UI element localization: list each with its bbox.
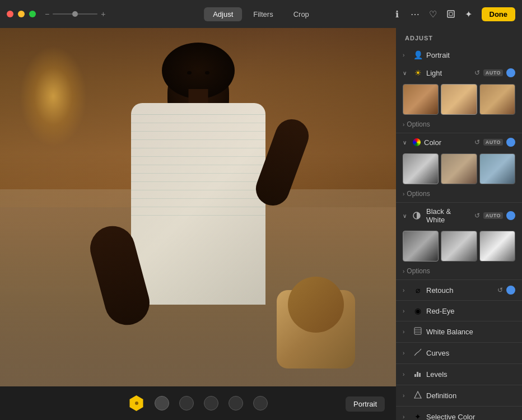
bw-thumbnails bbox=[396, 228, 522, 265]
section-light: ∨ ☀ Light ↺ AUTO › Options bbox=[396, 64, 522, 133]
color-header-row[interactable]: ∨ Color ↺ AUTO bbox=[396, 133, 522, 151]
options-label-bw: Options bbox=[407, 267, 430, 275]
section-levels[interactable]: › Levels bbox=[396, 364, 522, 385]
zoom-minus[interactable]: − bbox=[45, 10, 49, 18]
circle-icon-1[interactable] bbox=[155, 396, 169, 410]
light-options[interactable]: › Options bbox=[396, 118, 522, 133]
heart-icon[interactable]: ♡ bbox=[428, 9, 438, 19]
light-thumb-2[interactable] bbox=[441, 84, 477, 115]
bw-thumb-3[interactable] bbox=[479, 231, 515, 262]
svg-rect-1 bbox=[449, 12, 453, 16]
color-thumbnails bbox=[396, 151, 522, 188]
svg-marker-11 bbox=[414, 391, 421, 398]
color-reset-icon[interactable]: ↺ bbox=[474, 138, 480, 146]
frame-icon[interactable] bbox=[446, 9, 456, 19]
chevron-color: ∨ bbox=[403, 139, 409, 146]
circle-icon-2[interactable] bbox=[179, 396, 194, 410]
bw-icon bbox=[413, 212, 423, 220]
bw-actions: ↺ AUTO bbox=[474, 211, 515, 220]
light-header-row[interactable]: ∨ ☀ Light ↺ AUTO bbox=[396, 64, 522, 82]
svg-rect-10 bbox=[419, 373, 421, 377]
circle-icon-5[interactable] bbox=[253, 396, 268, 410]
selective-color-label: Selective Color bbox=[426, 413, 515, 421]
bottom-toolbar: Portrait bbox=[0, 386, 396, 420]
photo-area: Portrait bbox=[0, 28, 396, 420]
tab-adjust[interactable]: Adjust bbox=[204, 7, 242, 21]
circle-icon-3[interactable] bbox=[204, 396, 218, 410]
color-auto-badge[interactable]: AUTO bbox=[483, 139, 503, 146]
options-chevron-color: › bbox=[403, 191, 404, 197]
white-balance-label: White Balance bbox=[426, 328, 515, 336]
window-controls[interactable] bbox=[7, 11, 36, 17]
bw-thumb-1[interactable] bbox=[403, 231, 439, 262]
light-thumb-1[interactable] bbox=[403, 84, 439, 115]
circle-icon-4[interactable] bbox=[229, 396, 243, 410]
section-white-balance[interactable]: › White Balance bbox=[396, 321, 522, 343]
options-label-color: Options bbox=[407, 190, 430, 198]
zoom-slider[interactable]: − + bbox=[45, 10, 105, 18]
right-panel: ADJUST › 👤 Portrait ∨ ☀ Light ↺ AUTO bbox=[396, 28, 522, 420]
chevron-curves: › bbox=[403, 350, 409, 356]
svg-point-3 bbox=[135, 402, 138, 405]
section-definition[interactable]: › Definition bbox=[396, 385, 522, 407]
color-icon bbox=[413, 138, 421, 146]
section-selective-color[interactable]: › ✦ Selective Color bbox=[396, 407, 522, 420]
color-thumb-2[interactable] bbox=[441, 153, 477, 184]
tab-crop[interactable]: Crop bbox=[285, 7, 318, 21]
section-portrait[interactable]: › 👤 Portrait bbox=[396, 46, 522, 64]
retouch-reset[interactable]: ↺ bbox=[497, 286, 503, 294]
red-eye-label: Red-Eye bbox=[426, 307, 515, 315]
nav-tabs: Adjust Filters Crop bbox=[204, 7, 318, 21]
chevron-retouch: › bbox=[403, 287, 409, 293]
curves-icon bbox=[413, 348, 423, 358]
color-toggle[interactable] bbox=[506, 138, 515, 147]
bw-options[interactable]: › Options bbox=[396, 265, 522, 279]
tab-filters[interactable]: Filters bbox=[244, 7, 282, 21]
section-red-eye[interactable]: › ◉ Red-Eye bbox=[396, 301, 522, 321]
definition-label: Definition bbox=[426, 391, 515, 400]
retouch-icon: ⌀ bbox=[413, 286, 423, 295]
curves-label: Curves bbox=[426, 349, 515, 357]
light-toggle[interactable] bbox=[506, 68, 515, 77]
section-bw: ∨ Black & White ↺ AUTO › Options bbox=[396, 203, 522, 280]
light-thumb-3[interactable] bbox=[479, 84, 515, 115]
section-color: ∨ Color ↺ AUTO › Options bbox=[396, 133, 522, 203]
options-label-light: Options bbox=[407, 120, 430, 128]
bw-reset-icon[interactable]: ↺ bbox=[474, 212, 480, 220]
light-actions: ↺ AUTO bbox=[474, 68, 515, 77]
svg-rect-8 bbox=[414, 374, 416, 377]
portrait-button[interactable]: Portrait bbox=[346, 396, 385, 412]
bw-thumb-2[interactable] bbox=[441, 231, 477, 262]
zoom-plus[interactable]: + bbox=[101, 10, 105, 18]
light-icon: ☀ bbox=[413, 68, 423, 77]
section-retouch[interactable]: › ⌀ Retouch ↺ bbox=[396, 280, 522, 301]
retouch-toggle[interactable] bbox=[506, 286, 515, 295]
chevron-levels: › bbox=[403, 371, 409, 377]
more-icon[interactable]: ⋯ bbox=[410, 9, 420, 19]
chevron-bw: ∨ bbox=[403, 213, 409, 219]
bw-auto-badge[interactable]: AUTO bbox=[483, 212, 503, 219]
close-button[interactable] bbox=[7, 11, 13, 17]
hex-icon[interactable] bbox=[129, 395, 145, 411]
color-options[interactable]: › Options bbox=[396, 188, 522, 202]
options-chevron-bw: › bbox=[403, 268, 404, 274]
fullscreen-button[interactable] bbox=[29, 11, 36, 17]
extensions-icon[interactable]: ✦ bbox=[464, 9, 474, 19]
light-reset-icon[interactable]: ↺ bbox=[474, 69, 480, 77]
title-actions: ℹ ⋯ ♡ ✦ Done bbox=[392, 7, 516, 21]
info-icon[interactable]: ℹ bbox=[392, 9, 402, 19]
section-curves[interactable]: › Curves bbox=[396, 343, 522, 364]
white-balance-icon bbox=[413, 327, 423, 337]
photo-container[interactable] bbox=[0, 28, 396, 386]
portrait-icon: 👤 bbox=[413, 50, 423, 59]
color-thumb-3[interactable] bbox=[479, 153, 515, 184]
light-auto-badge[interactable]: AUTO bbox=[483, 69, 503, 76]
chevron-light: ∨ bbox=[403, 70, 409, 76]
bw-header-row[interactable]: ∨ Black & White ↺ AUTO bbox=[396, 203, 522, 228]
done-button[interactable]: Done bbox=[482, 7, 516, 21]
levels-icon bbox=[413, 370, 423, 379]
portrait-label: Portrait bbox=[426, 51, 515, 59]
minimize-button[interactable] bbox=[18, 11, 25, 17]
bw-toggle[interactable] bbox=[506, 211, 515, 220]
color-thumb-1[interactable] bbox=[403, 153, 439, 184]
